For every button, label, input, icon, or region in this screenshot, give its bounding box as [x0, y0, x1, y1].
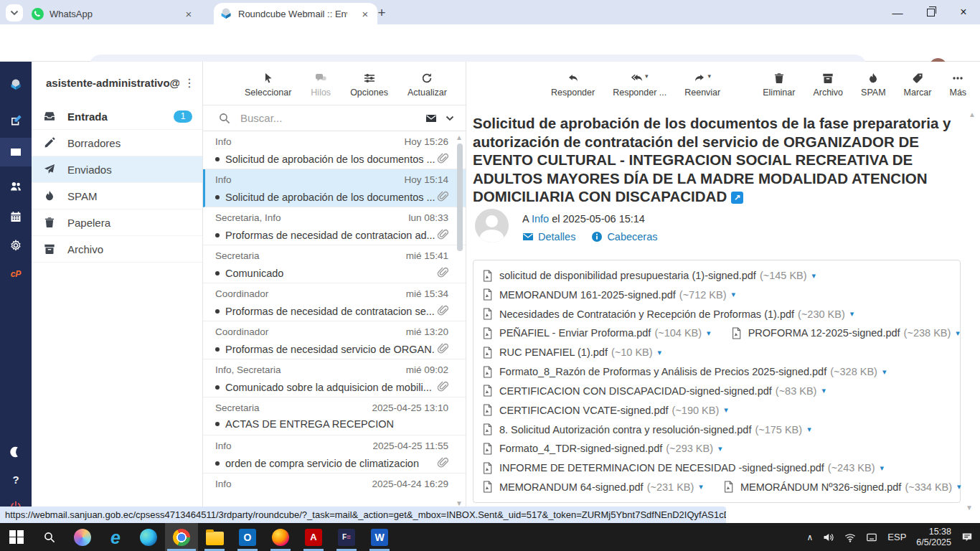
attachment-file[interactable]: MEMORANDUM 64-signed.pdf(~231 KB)▾: [482, 481, 703, 493]
dropdown-caret-icon[interactable]: ▾: [645, 72, 649, 80]
folder-item-entrada[interactable]: Entrada1: [32, 103, 202, 130]
tab-search-button[interactable]: [6, 4, 23, 22]
window-restore-button[interactable]: [914, 0, 947, 24]
reader-toolbar-spam[interactable]: SPAM: [861, 68, 886, 105]
headers-button[interactable]: Cabeceras: [591, 231, 657, 242]
language-indicator[interactable]: ESP: [887, 532, 906, 542]
tab-close-icon[interactable]: ×: [359, 8, 372, 20]
message-row[interactable]: Secretariamié 15:41Comunicado: [203, 245, 466, 283]
folder-item-archivo[interactable]: Archivo: [32, 236, 202, 263]
reader-toolbar-marcar[interactable]: Marcar: [904, 68, 932, 105]
account-menu-icon[interactable]: ⋮: [179, 76, 195, 90]
message-row[interactable]: InfoHoy 15:26Solicitud de aprobación de …: [203, 131, 466, 169]
rail-cpanel[interactable]: cP: [0, 260, 32, 288]
attachment-menu-caret-icon[interactable]: ▾: [880, 463, 885, 473]
attachment-menu-caret-icon[interactable]: ▾: [707, 329, 711, 338]
rail-roundcube-logo[interactable]: [0, 70, 32, 99]
rail-compose[interactable]: [0, 106, 32, 135]
folder-item-spam[interactable]: SPAM: [32, 183, 202, 209]
attachment-file[interactable]: Formato_8_Razón de Proformas y Análisis …: [482, 366, 886, 378]
folder-item-enviados[interactable]: Enviados: [32, 156, 202, 183]
rail-calendar[interactable]: [0, 202, 32, 231]
tab-whatsapp[interactable]: WhatsApp ×: [26, 3, 201, 24]
message-row[interactable]: Secretaria2025-04-25 13:10ACTAS DE ENTRE…: [203, 397, 466, 435]
attachment-menu-caret-icon[interactable]: ▾: [882, 367, 887, 377]
attachment-menu-caret-icon[interactable]: ▾: [718, 444, 722, 453]
message-row[interactable]: Info2025-04-25 11:55orden de compra serv…: [203, 435, 466, 474]
message-row[interactable]: Info, Secretariamié 09:02Comunicado sobr…: [203, 359, 466, 397]
taskbar-fs[interactable]: F≡: [330, 523, 363, 551]
attachment-file[interactable]: PROFORMA 12-2025-signed.pdf(~238 KB)▾: [731, 327, 960, 339]
dropdown-caret-icon[interactable]: ▾: [707, 72, 711, 80]
folder-item-papelera[interactable]: Papelera: [32, 209, 202, 236]
new-tab-button[interactable]: +: [373, 4, 390, 22]
volume-icon[interactable]: [823, 532, 834, 543]
attachment-file[interactable]: PEÑAFIEL - Enviar Proforma.pdf(~104 KB)▾: [482, 327, 711, 339]
list-scroll-up-icon[interactable]: ▲: [456, 133, 463, 141]
window-close-button[interactable]: ×: [947, 0, 980, 24]
taskbar-firefox[interactable]: [264, 523, 297, 551]
taskbar-word[interactable]: W: [363, 523, 396, 551]
rail-contacts[interactable]: [0, 172, 32, 201]
attachment-file[interactable]: MEMORANDUM 161-2025-signed.pdf(~712 KB)▾: [482, 288, 735, 301]
attachment-file[interactable]: MEMORÁNDUM Nº326-signed.pdf(~334 KB)▾: [723, 481, 961, 493]
list-toolbar-seleccionar[interactable]: Seleccionar: [245, 68, 291, 105]
message-row[interactable]: Secretaria, Infolun 08:33Proformas de ne…: [203, 207, 466, 245]
attachment-menu-caret-icon[interactable]: ▾: [812, 271, 816, 281]
notification-center-icon[interactable]: [961, 532, 973, 543]
list-scrollbar[interactable]: [457, 143, 463, 251]
taskbar-copilot[interactable]: [66, 523, 99, 551]
attachment-file[interactable]: solicitud de disponibilidad presupuestar…: [482, 270, 816, 282]
attachment-menu-caret-icon[interactable]: ▾: [732, 290, 736, 299]
taskbar-acrobat[interactable]: A: [297, 523, 330, 551]
attachment-file[interactable]: CERTIFICACION VCATE-signed.pdf(~190 KB)▾: [482, 404, 728, 416]
reader-toolbar-responder[interactable]: ▾Responder ...: [613, 68, 666, 105]
taskbar-explorer[interactable]: [198, 523, 231, 551]
attachment-file[interactable]: CERTIFICACION CON DISCAPACIDAD-signed-si…: [482, 385, 826, 397]
folder-item-borradores[interactable]: Borradores: [32, 130, 202, 156]
open-in-new-window-icon[interactable]: ↗: [731, 192, 743, 204]
rail-mail[interactable]: [0, 138, 32, 166]
taskbar-start[interactable]: [0, 523, 33, 551]
taskbar-edge[interactable]: [132, 523, 165, 551]
reader-scroll-up-icon[interactable]: ▲: [969, 110, 976, 118]
taskbar-search[interactable]: [33, 523, 66, 551]
tray-overflow-icon[interactable]: ∧: [807, 532, 814, 542]
window-minimize-button[interactable]: —: [881, 0, 914, 24]
list-toolbar-opciones[interactable]: Opciones: [350, 68, 388, 105]
attachment-file[interactable]: 8. Solicitud Autorización contra y resol…: [482, 423, 811, 435]
reader-scroll-down-icon[interactable]: ▼: [966, 504, 973, 512]
reader-toolbar-reenviar[interactable]: ▾Reenviar: [684, 68, 720, 105]
attachment-file[interactable]: Necesidades de Contratación y Recepción …: [482, 308, 854, 320]
message-row[interactable]: Coordinadormié 15:34Proformas de necesid…: [203, 283, 466, 321]
attachment-menu-caret-icon[interactable]: ▾: [821, 386, 826, 395]
taskbar-ie[interactable]: e: [99, 523, 132, 551]
tab-close-icon[interactable]: ×: [182, 8, 195, 20]
taskbar-outlook[interactable]: O: [231, 523, 264, 551]
search-input[interactable]: [239, 111, 425, 125]
touch-keyboard-icon[interactable]: [866, 532, 877, 543]
details-button[interactable]: Detalles: [522, 231, 575, 242]
attachment-menu-caret-icon[interactable]: ▾: [658, 348, 662, 357]
attachment-file[interactable]: INFORME DE DETERMINACION DE NECESIDAD -s…: [482, 462, 884, 474]
attachment-menu-caret-icon[interactable]: ▾: [850, 309, 854, 319]
attachment-menu-caret-icon[interactable]: ▾: [724, 405, 728, 415]
search-scope-icon[interactable]: [425, 113, 437, 124]
tab-roundcube[interactable]: Roundcube Webmail :: Enviados ×: [214, 3, 377, 24]
rail-settings[interactable]: [0, 231, 32, 260]
rail-dark-mode[interactable]: [0, 438, 32, 466]
taskbar-chrome[interactable]: [165, 523, 198, 551]
attachment-file[interactable]: Formato_4_TDR-signed-signed.pdf(~293 KB)…: [482, 443, 722, 455]
reader-toolbar-m-s[interactable]: Más: [949, 68, 966, 105]
attachment-menu-caret-icon[interactable]: ▾: [807, 425, 811, 434]
reader-toolbar-eliminar[interactable]: Eliminar: [763, 68, 795, 105]
reader-toolbar-archivo[interactable]: Archivo: [813, 68, 843, 105]
taskbar-clock[interactable]: 15:38 6/5/2025: [916, 527, 951, 548]
message-row[interactable]: InfoHoy 15:14Solicitud de aprobación de …: [203, 169, 466, 207]
rail-help[interactable]: ?: [0, 465, 32, 494]
message-row[interactable]: Coordinadormié 13:20Proformas de necesid…: [203, 321, 466, 359]
recipient-link[interactable]: Info: [532, 213, 549, 225]
reader-toolbar-responder[interactable]: Responder: [551, 68, 595, 105]
list-toolbar-actualizar[interactable]: Actualizar: [407, 68, 447, 105]
attachment-menu-caret-icon[interactable]: ▾: [956, 329, 960, 338]
